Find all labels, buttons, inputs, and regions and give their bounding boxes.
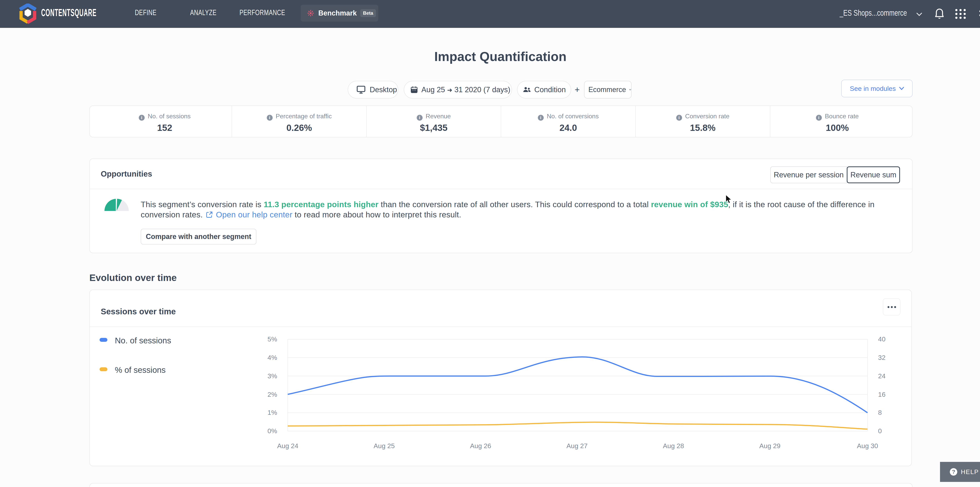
svg-text:3%: 3%	[267, 372, 277, 380]
svg-text:Aug 25: Aug 25	[374, 442, 395, 450]
svg-text:32: 32	[878, 354, 886, 361]
svg-text:4%: 4%	[267, 354, 277, 361]
svg-text:0: 0	[878, 427, 882, 434]
svg-text:8: 8	[878, 409, 882, 416]
svg-text:0%: 0%	[267, 427, 277, 434]
svg-text:40: 40	[878, 335, 886, 343]
svg-text:2%: 2%	[267, 391, 277, 398]
svg-text:16: 16	[878, 391, 886, 398]
svg-text:5%: 5%	[267, 335, 277, 343]
svg-text:Aug 24: Aug 24	[277, 442, 298, 450]
svg-text:Aug 28: Aug 28	[663, 442, 684, 450]
svg-text:24: 24	[878, 372, 886, 380]
svg-text:Aug 27: Aug 27	[566, 442, 588, 450]
svg-text:Aug 29: Aug 29	[759, 442, 781, 450]
svg-text:Aug 26: Aug 26	[470, 442, 491, 450]
svg-text:Aug 30: Aug 30	[857, 442, 878, 450]
svg-text:1%: 1%	[267, 409, 277, 416]
